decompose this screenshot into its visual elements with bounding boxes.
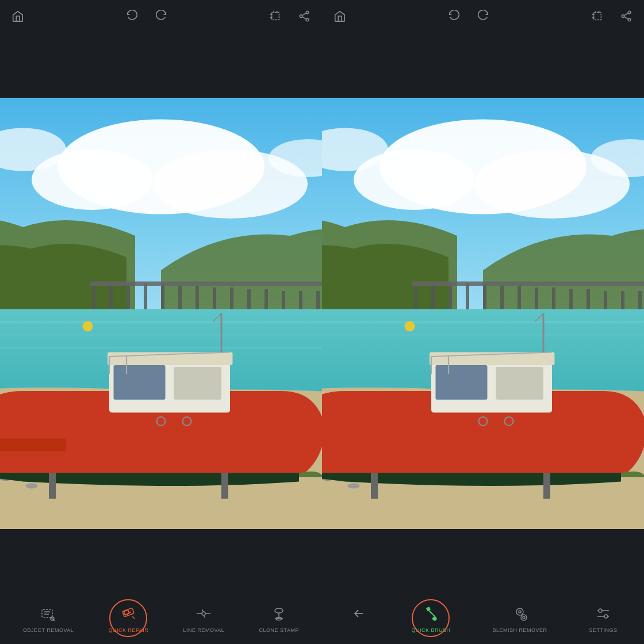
svg-point-7 — [306, 18, 309, 21]
svg-point-41 — [26, 484, 38, 489]
quick-brush-tool[interactable]: QUICK BRUSH — [411, 603, 450, 633]
left-topbar-mid-icons — [126, 10, 167, 25]
right-top-spacer — [322, 34, 644, 98]
right-topbar-left-icons — [334, 10, 346, 25]
clone-stamp-label: CLONE STAMP — [259, 627, 299, 633]
object-removal-label: OBJECT REMOVAL — [23, 627, 74, 633]
svg-rect-21 — [144, 283, 147, 314]
right-bottom-spacer — [322, 529, 644, 592]
left-bottom-spacer — [0, 529, 322, 592]
left-redo-icon[interactable] — [155, 10, 167, 25]
settings-label: SETTINGS — [589, 627, 617, 633]
back-icon — [348, 603, 369, 624]
right-topbar-mid-icons — [448, 10, 489, 25]
svg-rect-60 — [42, 610, 52, 618]
svg-rect-98 — [483, 283, 486, 314]
right-toolbar: BACK QUICK BRUSH — [322, 592, 644, 644]
svg-rect-97 — [466, 283, 469, 314]
svg-rect-131 — [543, 473, 550, 499]
svg-rect-121 — [436, 365, 488, 400]
settings-icon — [593, 603, 614, 624]
back-tool[interactable]: BACK — [348, 603, 369, 633]
svg-point-6 — [300, 14, 302, 17]
blemish-remover-icon — [509, 603, 530, 624]
svg-rect-19 — [109, 283, 113, 314]
svg-point-138 — [521, 615, 527, 620]
line-removal-icon — [193, 603, 214, 624]
svg-rect-55 — [49, 473, 56, 499]
svg-rect-130 — [371, 473, 378, 499]
svg-rect-18 — [92, 283, 95, 314]
blemish-remover-tool[interactable]: BLEMISH REMOVER — [492, 603, 547, 633]
blemish-remover-label: BLEMISH REMOVER — [492, 627, 547, 633]
svg-rect-32 — [90, 282, 322, 286]
right-topbar-right-icons — [591, 10, 632, 25]
left-topbar-right-icons — [269, 10, 310, 25]
svg-point-142 — [599, 609, 602, 612]
svg-point-72 — [275, 608, 283, 613]
right-home-icon[interactable] — [334, 10, 346, 25]
left-topbar-left-icons — [12, 10, 24, 25]
clone-stamp-icon — [269, 603, 289, 624]
svg-rect-94 — [414, 283, 417, 314]
svg-rect-0 — [272, 12, 279, 20]
left-undo-icon[interactable] — [126, 10, 139, 25]
right-crop-icon[interactable] — [591, 10, 604, 25]
right-photo-svg — [322, 98, 644, 529]
quick-brush-label: QUICK BRUSH — [411, 627, 450, 633]
svg-line-68 — [132, 616, 135, 619]
svg-rect-47 — [174, 367, 222, 400]
settings-tool[interactable]: SETTINGS — [589, 603, 617, 633]
svg-point-81 — [628, 11, 631, 14]
left-share-icon[interactable] — [298, 10, 310, 25]
left-topbar — [0, 0, 322, 34]
left-panel: OBJECT REMOVAL QUICK REPAIR — [0, 0, 322, 644]
svg-point-37 — [83, 321, 93, 332]
svg-point-112 — [405, 321, 415, 332]
svg-point-116 — [348, 484, 360, 489]
quick-repair-icon — [118, 603, 139, 624]
quick-brush-icon — [420, 603, 441, 624]
right-panel: BACK QUICK BRUSH — [322, 0, 644, 644]
left-top-spacer — [0, 34, 322, 98]
left-photo-svg — [0, 98, 322, 529]
clone-stamp-tool[interactable]: CLONE STAMP — [259, 603, 299, 633]
home-icon[interactable] — [12, 10, 24, 25]
right-photo-area — [322, 98, 644, 529]
quick-repair-label: QUICK REPAIR — [108, 627, 148, 633]
svg-rect-56 — [221, 473, 228, 499]
svg-point-136 — [516, 608, 523, 615]
svg-rect-20 — [126, 283, 130, 314]
right-redo-icon[interactable] — [477, 10, 489, 25]
svg-rect-46 — [114, 365, 166, 400]
svg-point-137 — [519, 611, 521, 613]
line-removal-tool[interactable]: LINE REMOVAL — [183, 603, 225, 633]
svg-point-71 — [202, 612, 205, 615]
object-removal-icon — [38, 603, 59, 624]
right-share-icon[interactable] — [620, 10, 632, 25]
svg-rect-59 — [0, 439, 66, 452]
svg-point-82 — [622, 14, 624, 17]
object-removal-tool[interactable]: OBJECT REMOVAL — [23, 603, 74, 633]
left-crop-icon[interactable] — [269, 10, 282, 25]
quick-repair-tool[interactable]: QUICK REPAIR — [108, 603, 148, 633]
svg-rect-95 — [431, 283, 435, 314]
svg-rect-108 — [412, 282, 644, 286]
svg-rect-76 — [594, 12, 601, 20]
left-toolbar: OBJECT REMOVAL QUICK REPAIR — [0, 592, 322, 644]
svg-rect-22 — [161, 283, 164, 314]
svg-point-143 — [604, 615, 608, 618]
svg-rect-122 — [496, 367, 544, 400]
svg-point-5 — [306, 11, 309, 14]
left-photo-area — [0, 98, 322, 529]
right-undo-icon[interactable] — [448, 10, 461, 25]
right-topbar — [322, 0, 644, 34]
line-removal-label: LINE REMOVAL — [183, 627, 225, 633]
svg-point-139 — [523, 616, 525, 619]
svg-point-83 — [628, 18, 631, 21]
svg-rect-96 — [448, 283, 452, 314]
